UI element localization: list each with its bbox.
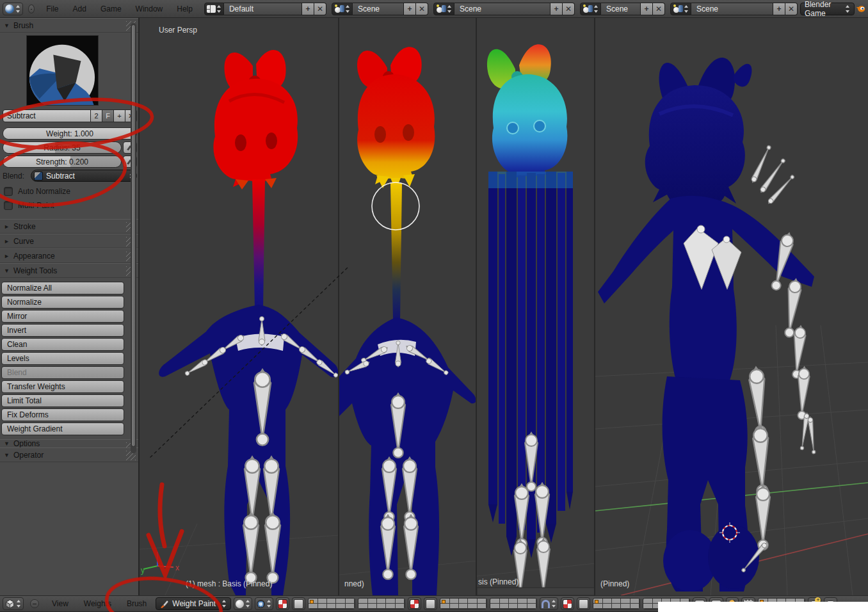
layers-grid[interactable] bbox=[440, 598, 487, 609]
scene-name[interactable]: Scene bbox=[454, 3, 551, 15]
clean-button[interactable]: Clean bbox=[1, 338, 124, 351]
viewport-divider[interactable] bbox=[594, 18, 595, 595]
menu-brush[interactable]: Brush bbox=[120, 599, 153, 608]
viewport-1[interactable]: User Persp y x (1) mesh : Basis (Pinned) bbox=[140, 18, 339, 595]
collapse-menus-icon[interactable] bbox=[28, 4, 35, 13]
view-name-label: User Persp bbox=[159, 26, 197, 35]
shape-key-label: (Pinned) bbox=[600, 579, 629, 588]
pivot-center-selector[interactable] bbox=[255, 597, 273, 610]
checker-sphere-icon bbox=[410, 599, 419, 609]
engine-name: Blender Game bbox=[805, 0, 842, 18]
textured-solid-toggle[interactable] bbox=[276, 597, 289, 610]
close-scene-button[interactable]: ✕ bbox=[563, 3, 575, 15]
white-cropped-region bbox=[658, 602, 868, 612]
operator-panel-header[interactable]: ▼ Operator bbox=[0, 447, 138, 462]
strength-slider[interactable]: Strength: 0.200 bbox=[3, 156, 122, 168]
transfer-weights-button[interactable]: Transfer Weights bbox=[1, 380, 124, 393]
options-panel-header[interactable]: ▼ Options bbox=[0, 439, 138, 447]
layers-grid[interactable] bbox=[358, 598, 405, 609]
weight-gradient-button[interactable]: Weight Gradient bbox=[1, 423, 124, 435]
viewport-shading-selector[interactable] bbox=[234, 597, 252, 610]
normalize-button[interactable]: Normalize bbox=[1, 296, 124, 309]
menu-game[interactable]: Game bbox=[94, 4, 128, 13]
editor-type-selector[interactable] bbox=[3, 597, 24, 610]
object-toggle[interactable] bbox=[577, 597, 590, 610]
object-toggle[interactable] bbox=[424, 597, 437, 610]
close-scene-button[interactable]: ✕ bbox=[653, 3, 665, 15]
add-layout-button[interactable]: + bbox=[302, 3, 314, 15]
add-scene-button[interactable]: + bbox=[641, 3, 653, 15]
weight-paint-brush-icon bbox=[160, 599, 169, 608]
cube-icon bbox=[579, 599, 588, 609]
render-engine-selector[interactable]: Blender Game bbox=[800, 3, 855, 15]
close-scene-button[interactable]: ✕ bbox=[785, 3, 798, 15]
layers-grid[interactable] bbox=[490, 598, 537, 609]
mirror-button[interactable]: Mirror bbox=[1, 310, 124, 323]
textured-solid-toggle[interactable] bbox=[408, 597, 421, 610]
add-scene-button[interactable]: + bbox=[404, 3, 416, 15]
snap-toggle[interactable] bbox=[540, 597, 558, 610]
pivot-center-icon bbox=[257, 600, 265, 608]
dropdown-arrows-icon bbox=[447, 4, 452, 13]
viewport-3[interactable]: sis (Pinned) bbox=[477, 18, 595, 595]
axis-y-label: y bbox=[141, 566, 145, 575]
levels-button[interactable]: Levels bbox=[1, 352, 124, 365]
brush-users-count-button[interactable]: 2 bbox=[91, 109, 102, 122]
multi-paint-checkbox[interactable] bbox=[4, 201, 13, 210]
appearance-panel-header[interactable]: ► Appearance bbox=[0, 248, 138, 263]
layers-grid[interactable] bbox=[308, 598, 355, 609]
scene-name[interactable]: Scene bbox=[601, 3, 641, 15]
add-brush-button[interactable]: + bbox=[114, 109, 125, 122]
screen-layout-name[interactable]: Default bbox=[224, 3, 302, 15]
brush-panel-header[interactable]: ▼ Brush bbox=[0, 18, 138, 33]
textured-solid-toggle[interactable] bbox=[561, 597, 574, 610]
menu-help[interactable]: Help bbox=[170, 4, 199, 13]
close-scene-button[interactable]: ✕ bbox=[416, 3, 428, 15]
viewport-divider[interactable] bbox=[338, 18, 339, 595]
viewport-divider[interactable] bbox=[476, 18, 477, 595]
fake-user-button[interactable]: F bbox=[102, 109, 114, 122]
tool-shelf-scrollbar[interactable] bbox=[131, 23, 136, 453]
panel-expand-icon: ▼ bbox=[4, 268, 10, 274]
brush-thumb-icon bbox=[34, 172, 43, 181]
object-toggle[interactable] bbox=[292, 597, 305, 610]
viewport-4[interactable]: (Pinned) bbox=[595, 18, 868, 595]
hair-strands bbox=[488, 172, 573, 558]
menu-window[interactable]: Window bbox=[129, 4, 170, 13]
viewport-2[interactable]: nned) bbox=[339, 18, 477, 595]
scene-icon bbox=[583, 4, 593, 13]
add-scene-button[interactable]: + bbox=[773, 3, 785, 15]
invert-button[interactable]: Invert bbox=[1, 324, 124, 337]
mode-selector[interactable]: Weight Paint bbox=[156, 597, 231, 610]
menu-weights[interactable]: Weights bbox=[77, 599, 118, 608]
radius-slider[interactable]: Radius: 35 bbox=[3, 141, 122, 154]
auto-normalize-checkbox[interactable] bbox=[4, 187, 13, 196]
weight-tools-panel-header[interactable]: ▼ Weight Tools bbox=[0, 263, 138, 278]
blender-logo-icon bbox=[856, 3, 865, 15]
menu-add[interactable]: Add bbox=[67, 4, 93, 13]
dropdown-arrows-icon bbox=[845, 4, 850, 13]
fix-deforms-button[interactable]: Fix Deforms bbox=[1, 408, 124, 421]
weight-slider[interactable]: Weight: 1.000 bbox=[3, 127, 137, 140]
editor-type-selector[interactable] bbox=[3, 3, 23, 15]
blend-dropdown[interactable]: Subtract bbox=[31, 170, 137, 182]
viewport-4-scene bbox=[595, 18, 868, 595]
scene-name[interactable]: Scene bbox=[691, 3, 773, 15]
cube-icon bbox=[426, 599, 435, 609]
limit-total-button[interactable]: Limit Total bbox=[1, 394, 124, 407]
collapse-menus-icon[interactable] bbox=[30, 599, 39, 608]
stroke-panel-header[interactable]: ► Stroke bbox=[0, 219, 138, 234]
brush-preview-thumbnail[interactable] bbox=[26, 35, 99, 106]
dropdown-arrows-icon bbox=[16, 599, 21, 608]
add-scene-button[interactable]: + bbox=[551, 3, 563, 15]
curve-panel-header[interactable]: ► Curve bbox=[0, 234, 138, 248]
info-header: File Add Game Window Help Default + ✕ Sc… bbox=[0, 0, 868, 18]
dropdown-arrows-icon bbox=[15, 4, 20, 13]
brush-name-field[interactable]: Subtract bbox=[3, 109, 91, 122]
menu-file[interactable]: File bbox=[40, 4, 65, 13]
close-layout-button[interactable]: ✕ bbox=[314, 3, 326, 15]
layers-grid[interactable] bbox=[593, 598, 640, 609]
normalize-all-button[interactable]: Normalize All bbox=[1, 282, 124, 294]
menu-view[interactable]: View bbox=[45, 599, 75, 608]
scene-name[interactable]: Scene bbox=[353, 3, 404, 15]
